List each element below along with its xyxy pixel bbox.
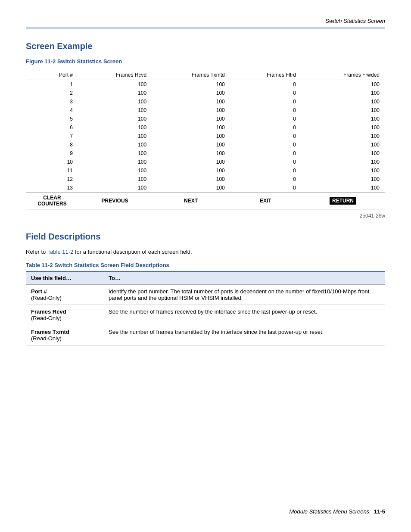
col-frames-rcvd: Frames Rcvd — [78, 70, 152, 80]
figure-label: Figure 11-2 Switch Statistics Screen — [26, 58, 385, 65]
table-row: 61001000100 — [26, 123, 385, 132]
col-port: Port # — [26, 70, 78, 80]
screen-table: Port # Frames Rcvd Frames Txmtd Frames F… — [26, 70, 385, 209]
desc-table: Use this field… To… Port #(Read-Only)Ide… — [26, 271, 385, 345]
table-row: 11001000100 — [26, 80, 385, 89]
field-subtext: (Read-Only) — [31, 335, 62, 342]
field-desc-intro: Refer to Table 11-2 for a functional des… — [26, 249, 385, 255]
table-row: 121001000100 — [26, 175, 385, 184]
screen-example-heading: Screen Example — [26, 41, 385, 51]
footer-page: 11-5 — [374, 508, 385, 515]
field-subtext: (Read-Only) — [31, 295, 62, 301]
btn-previous[interactable]: PREVIOUS — [78, 193, 152, 209]
screen-example-section: Screen Example Figure 11-2 Switch Statis… — [26, 41, 385, 219]
btn-next[interactable]: NEXT — [152, 193, 230, 209]
header-title: Switch Statistics Screen — [325, 18, 385, 24]
desc-table-row: Frames Txmtd(Read-Only)See the number of… — [26, 325, 385, 345]
col-frames-fltrd: Frames Fltrd — [230, 70, 301, 80]
btn-return[interactable]: RETURN — [301, 193, 385, 209]
field-subtext: (Read-Only) — [31, 315, 62, 321]
footer-text: Module Statistics Menu Screens — [289, 508, 369, 515]
figure-note: 25041-26w — [26, 213, 385, 219]
table-row: 111001000100 — [26, 166, 385, 175]
page-header: Switch Statistics Screen — [26, 17, 385, 28]
field-description: See the number of frames transmitted by … — [103, 325, 385, 345]
screen-box: Port # Frames Rcvd Frames Txmtd Frames F… — [26, 70, 385, 209]
field-desc-heading: Field Descriptions — [26, 232, 385, 242]
desc-col-to: To… — [103, 271, 385, 285]
btn-clear-counters[interactable]: CLEAR COUNTERS — [26, 193, 78, 209]
field-name: Port # — [31, 288, 47, 295]
field-name: Frames Rcvd — [31, 308, 66, 315]
table-row: 91001000100 — [26, 149, 385, 158]
col-frames-txmtd: Frames Txmtd — [152, 70, 230, 80]
btn-exit[interactable]: EXIT — [230, 193, 301, 209]
table-link[interactable]: Table 11-2 — [47, 249, 74, 255]
field-descriptions-section: Field Descriptions Refer to Table 11-2 f… — [26, 232, 385, 345]
table-row: 71001000100 — [26, 132, 385, 140]
desc-col-field: Use this field… — [26, 271, 103, 285]
table-row: 81001000100 — [26, 140, 385, 149]
desc-table-row: Port #(Read-Only)Identify the port numbe… — [26, 285, 385, 305]
table-label: Table 11-2 Switch Statistics Screen Fiel… — [26, 262, 385, 268]
table-row: 101001000100 — [26, 158, 385, 166]
col-frames-frwded: Frames Frwded — [301, 70, 385, 80]
table-row: 41001000100 — [26, 106, 385, 115]
page-footer: Module Statistics Menu Screens 11-5 — [289, 508, 385, 515]
table-row: 51001000100 — [26, 115, 385, 123]
field-description: See the number of frames received by the… — [103, 305, 385, 325]
table-row: 21001000100 — [26, 89, 385, 97]
field-name: Frames Txmtd — [31, 329, 69, 335]
field-description: Identify the port number. The total numb… — [103, 285, 385, 305]
table-row: 131001000100 — [26, 184, 385, 193]
desc-table-row: Frames Rcvd(Read-Only)See the number of … — [26, 305, 385, 325]
table-row: 31001000100 — [26, 97, 385, 106]
